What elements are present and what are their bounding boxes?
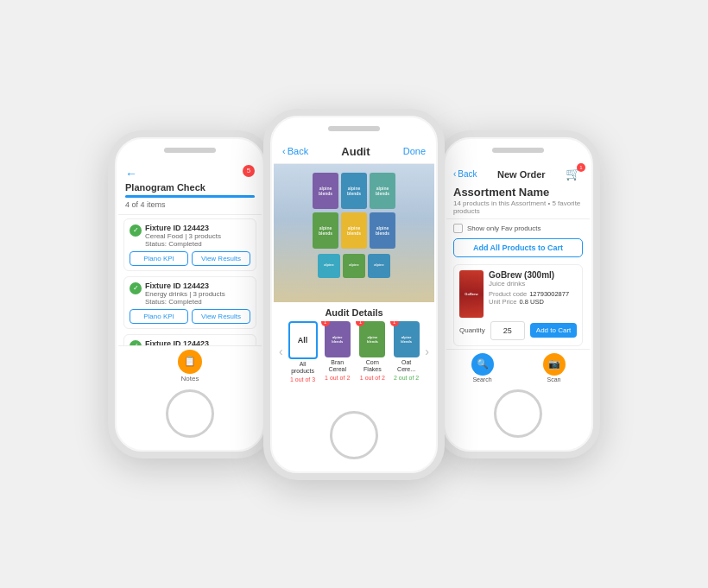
search-icon: 🔍	[471, 353, 494, 376]
assortment-sub: 14 products in this Assortment • 5 favor…	[453, 199, 583, 215]
thumb-bran-score: 1 out of 2	[325, 375, 350, 381]
fixture-status-1: Status: Completed	[145, 240, 250, 248]
fav-row: Show only Fav products	[453, 224, 583, 233]
right-back-label: Back	[458, 169, 477, 179]
add-to-cart-btn-1[interactable]: Add to Cart	[530, 323, 577, 338]
cereal-box-purple: alpineblends	[313, 173, 338, 209]
center-back-label: Back	[288, 146, 308, 156]
thumb-oat[interactable]: alpineblends 1 Oat Cere... 2 out of 2	[392, 321, 420, 383]
qty-label-1: Quantity	[459, 326, 485, 334]
product-info-1: GoBrew (300ml) Juice drinks Product code…	[489, 270, 577, 318]
notes-nav-item[interactable]: 📋 Notes	[178, 350, 202, 383]
fixture-item-3: Fixture ID 124423 Beverages | 3 products…	[123, 334, 256, 345]
product-qty-row-1: Quantity Add to Cart	[459, 321, 577, 340]
scan-icon: 📷	[543, 353, 566, 376]
center-title: Audit	[341, 145, 370, 158]
cart-count: 1	[577, 163, 585, 172]
center-header: ‹ Back Audit Done	[274, 140, 434, 164]
view-results-btn-2[interactable]: View Results	[192, 309, 250, 324]
done-btn[interactable]: Done	[403, 146, 426, 156]
right-header: ‹ Back New Order 🛒 1 Assortment Name 14 …	[446, 161, 590, 219]
thumb-prev-btn[interactable]: ‹	[277, 345, 285, 358]
assortment-name: Assortment Name	[453, 186, 583, 199]
search-nav-item[interactable]: 🔍 Search	[471, 353, 494, 383]
plano-kpi-btn-1[interactable]: Plano KPI	[130, 251, 188, 266]
thumb-bran-label: Bran Cereal	[321, 359, 353, 374]
progress-bar	[125, 195, 255, 198]
left-title: Planogram Check	[125, 182, 255, 193]
qty-input-1[interactable]	[490, 321, 525, 340]
fixture-list: Fixture ID 124423 Cereal Food | 3 produc…	[118, 215, 262, 345]
fav-label: Show only Fav products	[467, 224, 540, 232]
phone-left: 5 ← Planogram Check 4 of 4 items Fixture…	[108, 130, 272, 458]
cereal-box-blue: alpineblends	[341, 173, 367, 209]
right-back-btn[interactable]: ‹ Back	[453, 169, 477, 179]
price-val-1: 0.8 USD	[520, 298, 544, 306]
center-chevron-icon: ‹	[282, 146, 286, 156]
right-screen: ‹ Back New Order 🛒 1 Assortment Name 14 …	[446, 161, 590, 386]
right-chevron-icon: ‹	[453, 169, 456, 179]
center-screen: ‹ Back Audit Done alpineblends alpineble…	[274, 140, 434, 408]
cereal-box-teal: alpineblends	[370, 173, 395, 209]
right-content: Show only Fav products Add All Products …	[446, 219, 590, 349]
left-screen: 5 ← Planogram Check 4 of 4 items Fixture…	[118, 161, 262, 386]
scan-nav-label: Scan	[547, 376, 561, 383]
cart-badge[interactable]: 🛒 1	[566, 166, 583, 183]
right-bottom-nav: 🔍 Search 📷 Scan	[446, 349, 590, 386]
fixture-status-2: Status: Completed	[145, 298, 250, 306]
price-label-1: Unit Price	[489, 298, 517, 306]
left-bottom-nav: 📋 Notes	[118, 345, 262, 386]
audit-thumbnails: ‹ All All products 1 out of 3 alpineblen…	[274, 321, 434, 383]
scan-nav-item[interactable]: 📷 Scan	[543, 353, 566, 383]
plano-kpi-btn-2[interactable]: Plano KPI	[130, 309, 188, 324]
thumb-corn-label: Corn Flakes	[357, 359, 389, 374]
view-results-btn-1[interactable]: View Results	[192, 251, 250, 266]
thumb-bran[interactable]: alpineblends 1 Bran Cereal 1 out of 2	[321, 321, 353, 383]
audit-details-title: Audit Details	[274, 302, 434, 321]
search-nav-label: Search	[472, 376, 491, 383]
thumb-corn-score: 1 out of 2	[360, 375, 385, 381]
new-order-title: New Order	[497, 169, 546, 180]
center-back-btn[interactable]: ‹ Back	[282, 146, 308, 156]
thumb-all-score: 1 out of 3	[290, 376, 315, 383]
phone-right: ‹ Back New Order 🛒 1 Assortment Name 14 …	[436, 130, 600, 458]
notes-label: Notes	[181, 375, 199, 383]
items-count: 4 of 4 items	[125, 200, 255, 209]
code-val-1: 12793002877	[529, 290, 569, 298]
thumb-all[interactable]: All All products 1 out of 3	[288, 321, 319, 383]
audit-image: alpineblends alpineblends alpineblends a…	[274, 164, 434, 302]
check-icon-2	[130, 282, 142, 294]
back-arrow-left[interactable]: ←	[125, 167, 255, 180]
fixture-category-2: Energy drinks | 3 products	[145, 290, 250, 298]
boxes-grid: alpineblends alpineblends alpineblends a…	[274, 164, 434, 302]
thumb-all-label: All products	[288, 361, 319, 376]
product-image-1: GoBrew	[459, 270, 484, 318]
thumb-items: All All products 1 out of 3 alpineblends…	[288, 321, 421, 383]
product-img-label-1: GoBrew	[465, 292, 477, 296]
fixture-id-2: Fixture ID 124423	[145, 281, 250, 290]
fixture-id-1: Fixture ID 124423	[145, 224, 250, 232]
fixture-category-1: Cereal Food | 3 products	[145, 232, 250, 240]
notification-badge: 5	[243, 165, 255, 177]
product-type-1: Juice drinks	[489, 280, 577, 288]
code-label-1: Product code	[489, 290, 527, 298]
fixture-item-2: Fixture ID 124423 Energy drinks | 3 prod…	[123, 276, 256, 329]
fixture-id-3: Fixture ID 124423	[145, 339, 250, 345]
thumb-next-btn[interactable]: ›	[423, 345, 431, 358]
cereal-box-sm-green: alpine	[343, 254, 365, 278]
notes-icon-glyph: 📋	[184, 356, 196, 367]
cereal-box-yellow: alpineblends	[341, 212, 367, 249]
add-all-btn[interactable]: Add All Products to Cart	[453, 238, 583, 257]
cereal-box-blue2: alpineblends	[370, 212, 395, 249]
thumb-all-box: All	[288, 321, 318, 359]
thumb-oat-badge: 1	[390, 321, 399, 326]
fixture-item-1: Fixture ID 124423 Cereal Food | 3 produc…	[123, 218, 256, 271]
cereal-box-green: alpineblends	[313, 212, 338, 249]
check-icon-1	[130, 224, 142, 237]
thumb-oat-label: Oat Cere...	[392, 359, 420, 374]
progress-bar-fill	[125, 195, 255, 198]
product-name-1: GoBrew (300ml)	[489, 270, 577, 280]
phone-center: ‹ Back Audit Done alpineblends alpineble…	[263, 109, 445, 480]
fav-checkbox[interactable]	[453, 224, 463, 233]
thumb-corn[interactable]: alpineblends 1 Corn Flakes 1 out of 2	[357, 321, 389, 383]
